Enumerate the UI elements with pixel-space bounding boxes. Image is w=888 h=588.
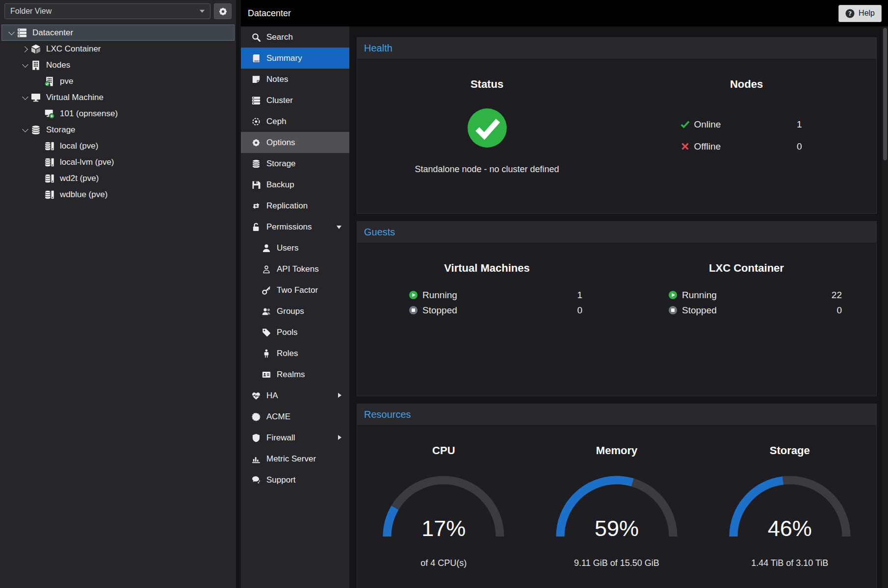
health-status-column: Status Standalone node - no cluster defi…: [357, 59, 617, 175]
play-circle-icon: [668, 290, 678, 300]
menu-item-groups[interactable]: Groups: [241, 301, 349, 322]
storage-drive-icon: [45, 157, 54, 167]
tree-item-label: local-lvm (pve): [60, 157, 114, 167]
tree-item-nodes[interactable]: Nodes: [1, 57, 235, 73]
vm-stopped-label: Stopped: [422, 305, 457, 316]
cpu-gauge: 17%: [377, 468, 510, 541]
menu-item-pools[interactable]: Pools: [241, 322, 349, 343]
tree-item-label: pve: [60, 77, 73, 86]
floppy-icon: [252, 180, 261, 189]
play-circle-icon: [409, 290, 418, 300]
expander-spacer: [35, 109, 44, 118]
expander-expanded-icon[interactable]: [21, 93, 30, 102]
menu-item-label: Support: [266, 475, 296, 485]
menu-item-ceph[interactable]: Ceph: [241, 111, 349, 132]
nodes-offline-row: Offline 0: [680, 135, 813, 157]
summary-content: Health Status Standalone node - no clust…: [349, 26, 888, 588]
tree-item-local-lvm[interactable]: local-lvm (pve): [1, 154, 235, 170]
database-icon: [31, 125, 41, 135]
view-mode-selector[interactable]: Folder View: [4, 3, 210, 19]
status-heading: Status: [470, 78, 503, 91]
menu-item-label: Notes: [266, 75, 288, 84]
menu-item-realms[interactable]: Realms: [241, 364, 349, 385]
menu-item-permissions[interactable]: Permissions: [241, 216, 349, 237]
tree-item-pve[interactable]: pve: [1, 73, 235, 89]
cpu-resource-column: CPU 17% of 4 CPU(s): [357, 426, 530, 568]
storage-gauge: 46%: [724, 468, 856, 541]
nodes-online-value: 1: [797, 119, 813, 130]
expander-expanded-icon[interactable]: [21, 61, 30, 70]
lxc-container-heading: LXC Container: [709, 262, 784, 275]
menu-item-label: Groups: [277, 307, 304, 316]
gear-icon: [252, 138, 261, 147]
scrollbar-thumb[interactable]: [883, 28, 887, 160]
lxc-stopped-row: Stopped 0: [668, 303, 842, 318]
menu-item-label: Firewall: [266, 433, 295, 443]
shield-icon: [252, 434, 261, 442]
resource-tree: Datacenter LXC Container Nodes pve Virtu…: [0, 23, 236, 203]
memory-caption: 9.11 GiB of 15.50 GiB: [574, 558, 659, 568]
menu-item-storage[interactable]: Storage: [241, 153, 349, 174]
menu-item-summary[interactable]: Summary: [241, 48, 349, 69]
tree-item-lxc-container[interactable]: LXC Container: [1, 41, 235, 57]
check-icon: [680, 120, 690, 129]
storage-heading: Storage: [770, 444, 810, 457]
menu-item-options[interactable]: Options: [241, 132, 349, 153]
tree-item-virtual-machine[interactable]: Virtual Machine: [1, 89, 235, 105]
menu-item-api-tokens[interactable]: API Tokens: [241, 258, 349, 280]
tree-item-label: Datacenter: [32, 28, 73, 38]
tree-item-datacenter[interactable]: Datacenter: [1, 25, 235, 41]
building-icon: [31, 60, 41, 70]
menu-item-notes[interactable]: Notes: [241, 69, 349, 90]
lxc-stopped-label: Stopped: [682, 305, 717, 316]
vm-running-label: Running: [422, 290, 457, 301]
lxc-container-column: LXC Container Running 22 Stopped: [617, 243, 876, 318]
menu-item-firewall[interactable]: Firewall: [241, 427, 349, 448]
lxc-running-value: 22: [832, 290, 842, 301]
key-icon: [262, 286, 271, 295]
cpu-caption: of 4 CPU(s): [420, 558, 467, 568]
tree-item-wd2t[interactable]: wd2t (pve): [1, 170, 235, 186]
expander-expanded-icon[interactable]: [21, 126, 30, 134]
topbar: Datacenter Help: [241, 0, 888, 26]
tree-item-storage[interactable]: Storage: [1, 122, 235, 138]
tree-item-101-opnsense[interactable]: 101 (opnsense): [1, 105, 235, 122]
menu-item-search[interactable]: Search: [241, 26, 349, 48]
expander-collapsed-icon[interactable]: [21, 45, 30, 53]
view-mode-value: Folder View: [10, 7, 52, 16]
caret-down-icon: [337, 226, 341, 229]
menu-item-backup[interactable]: Backup: [241, 174, 349, 195]
expander-spacer: [35, 174, 44, 183]
menu-item-roles[interactable]: Roles: [241, 343, 349, 364]
stop-circle-icon: [668, 306, 678, 315]
stop-circle-icon: [409, 306, 418, 315]
desktop-icon: [31, 93, 41, 102]
help-button[interactable]: Help: [838, 5, 882, 22]
menu-item-label: Permissions: [266, 222, 312, 232]
storage-caption: 1.44 TiB of 3.10 TiB: [751, 558, 828, 568]
tree-item-wdblue[interactable]: wdblue (pve): [1, 186, 235, 203]
menu-item-replication[interactable]: Replication: [241, 195, 349, 216]
menu-item-label: Cluster: [266, 96, 293, 105]
storage-drive-icon: [45, 174, 54, 183]
menu-item-two-factor[interactable]: Two Factor: [241, 280, 349, 301]
menu-item-acme[interactable]: ACME: [241, 406, 349, 427]
menu-item-support[interactable]: Support: [241, 469, 349, 490]
menu-item-label: ACME: [266, 412, 290, 422]
menu-item-label: Replication: [266, 201, 308, 211]
menu-item-ha[interactable]: HA: [241, 385, 349, 406]
menu-item-metric-server[interactable]: Metric Server: [241, 448, 349, 469]
expander-spacer: [35, 77, 44, 86]
scrollbar-track[interactable]: [882, 26, 888, 588]
menu-item-users[interactable]: Users: [241, 237, 349, 258]
tree-settings-button[interactable]: [214, 3, 232, 19]
heartbeat-icon: [252, 391, 261, 400]
tree-item-local[interactable]: local (pve): [1, 138, 235, 154]
nodes-heading: Nodes: [730, 78, 763, 91]
caret-right-icon: [338, 435, 341, 440]
tree-item-label: Storage: [46, 125, 76, 135]
tree-item-label: LXC Container: [46, 44, 101, 54]
expander-expanded-icon[interactable]: [7, 28, 16, 37]
menu-item-cluster[interactable]: Cluster: [241, 90, 349, 111]
certificate-icon: [252, 412, 261, 421]
